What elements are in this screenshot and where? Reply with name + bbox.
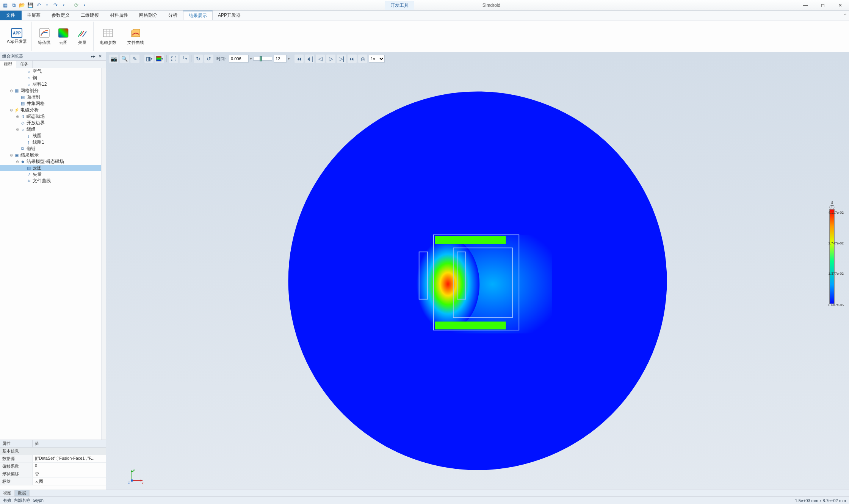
maximize-button[interactable]: ◻ [814, 0, 832, 11]
tab-1[interactable]: 参数定义 [46, 11, 75, 20]
tree-node[interactable]: ⊖▣结果展示 [0, 152, 106, 158]
tree-node[interactable]: ○铜 [0, 75, 106, 81]
palette-icon[interactable]: ▾ [155, 55, 164, 63]
devtools-tab[interactable]: 开发工具 [385, 1, 414, 10]
node-label: 磁链 [26, 146, 36, 152]
node-icon: ○ [20, 127, 26, 132]
tree-node[interactable]: ○空气 [0, 68, 106, 75]
tree-node[interactable]: ↗矢量 [0, 171, 106, 178]
expand-icon[interactable]: ⊖ [9, 89, 14, 93]
frame-input[interactable] [274, 55, 287, 63]
tab-4[interactable]: 网格剖分 [134, 11, 163, 20]
tab-6[interactable]: 结果展示 [183, 11, 213, 20]
tree-node[interactable]: ⊕↯瞬态磁场 [0, 113, 106, 120]
fit-icon[interactable]: ⛶ [169, 55, 178, 63]
tree-node[interactable]: ≋文件曲线 [0, 178, 106, 184]
ribbon-app-dev[interactable]: APP App开发器 [5, 27, 29, 46]
qat-drop-icon[interactable]: ▾ [81, 2, 88, 9]
save-icon[interactable]: 💾 [27, 2, 34, 9]
browser-ff-icon[interactable]: ▸▸ [90, 54, 97, 59]
tree-node[interactable]: ▤面控制 [0, 94, 106, 100]
tree-node[interactable]: ⫿线圈 [0, 133, 106, 139]
node-label: 材料12 [32, 81, 47, 88]
model-tree[interactable]: ○空气○铜○材料12⊖▦网格剖分▤面控制▤并集网格⊖⚡电磁分析⊕↯瞬态磁场◇开放… [0, 68, 106, 440]
tab-5[interactable]: 分析 [163, 11, 183, 20]
prop-row[interactable]: 形状偏移否 [0, 470, 106, 478]
time-input[interactable] [229, 55, 249, 63]
browser-tabs: 模型任务 [0, 61, 106, 68]
camera-icon[interactable]: 📷 [109, 55, 118, 63]
tab-3[interactable]: 材料属性 [105, 11, 134, 20]
viewport[interactable]: 📷 🔍 ✎ ◨▾ ▾ ⛶ └▾ ↻ ↺ 时间: ▾ ▾ ⏮ ⏴| ◁ ▷ ▷| … [106, 52, 849, 496]
ribbon-vector[interactable]: 矢量 [74, 25, 91, 47]
expand-icon[interactable]: ⊕ [15, 114, 20, 119]
browser-close-icon[interactable]: ✕ [97, 54, 103, 59]
ribbon-file-curve[interactable]: 文件曲线 [125, 25, 146, 47]
undo-drop-icon[interactable]: ▾ [43, 2, 51, 9]
app-icon[interactable]: ▦ [2, 2, 9, 9]
prev-key-icon[interactable]: ⏴| [305, 55, 314, 63]
prop-row[interactable]: 偏移系数0 [0, 463, 106, 470]
tree-node[interactable]: ⊖○绕组 [0, 126, 106, 133]
redo-icon[interactable]: ↷ [52, 2, 59, 9]
speed-select[interactable]: 1x [369, 55, 385, 63]
tree-node[interactable]: ⊖⚡电磁分析 [0, 107, 106, 113]
tab-0[interactable]: 主屏幕 [22, 11, 46, 20]
bottom-tab-0[interactable]: 视图 [0, 490, 15, 496]
ribbon-contour[interactable]: 等值线 [36, 25, 53, 47]
bottom-tab-1[interactable]: 数据 [15, 490, 30, 496]
expand-icon[interactable]: ⊖ [9, 153, 14, 157]
tree-node[interactable]: ○材料12 [0, 81, 106, 88]
prev-frame-icon[interactable]: ◁ [316, 55, 325, 63]
rotate-cw-icon[interactable]: ↻ [194, 55, 203, 63]
close-button[interactable]: ✕ [832, 0, 849, 11]
minimize-button[interactable]: — [797, 0, 814, 11]
tree-node[interactable]: ◇开放边界 [0, 120, 106, 126]
expand-icon[interactable]: ⊖ [9, 108, 14, 112]
app-dev-icon: APP [11, 28, 22, 38]
redo-drop-icon[interactable]: ▾ [60, 2, 67, 9]
cube-icon[interactable]: ◨▾ [144, 55, 154, 63]
time-slider[interactable] [253, 57, 272, 61]
tab-7[interactable]: APP开发器 [213, 11, 246, 20]
prop-row[interactable]: 数据源[{"DataSet":["Fusion-Face1","F... [0, 455, 106, 463]
expand-icon[interactable]: ⊖ [15, 160, 20, 164]
browser-tab-0[interactable]: 模型 [0, 61, 16, 68]
status-right: 1.5e+03 mm x 8.7e+02 mm [795, 498, 846, 503]
tree-node[interactable]: ⧉磁链 [0, 146, 106, 152]
tree-node[interactable]: ⊖▦网格剖分 [0, 88, 106, 94]
ribbon-cloud[interactable]: 云图 [55, 25, 72, 47]
first-frame-icon[interactable]: ⏮ [294, 55, 304, 63]
rotate-ccw-icon[interactable]: ↺ [204, 55, 213, 63]
browser-tab-1[interactable]: 任务 [16, 61, 33, 68]
tree-node[interactable]: ⫿线圈1 [0, 139, 106, 146]
last-frame-icon[interactable]: ⏭ [348, 55, 357, 63]
zoom-icon[interactable]: 🔍 [120, 55, 129, 63]
ribbon-em-param[interactable]: 电磁参数 [97, 25, 119, 47]
next-frame-icon[interactable]: ▷| [337, 55, 346, 63]
node-label: 电磁分析 [20, 107, 39, 113]
axis-icon[interactable]: └▾ [180, 55, 189, 63]
prop-row[interactable]: 标签云图 [0, 478, 106, 485]
ribbon-collapse-icon[interactable]: ⌃ [841, 11, 849, 20]
export-anim-icon[interactable]: ⎙ [358, 55, 367, 63]
status-bar: 有效, 内部名称: Glyph 1.5e+03 mm x 8.7e+02 mm [0, 496, 849, 504]
node-label: 开放边界 [26, 120, 45, 126]
status-left: 有效, 内部名称: Glyph [3, 498, 44, 503]
tab-2[interactable]: 二维建模 [75, 11, 105, 20]
new-icon[interactable]: ⧉ [10, 2, 17, 9]
property-grid: 属性 值 基本信息 数据源[{"DataSet":["Fusion-Face1"… [0, 440, 106, 496]
tree-node[interactable]: ▤并集网格 [0, 100, 106, 107]
open-icon[interactable]: 📂 [18, 2, 26, 9]
undo-icon[interactable]: ↶ [35, 2, 42, 9]
tree-scrollbar[interactable] [101, 68, 106, 440]
expand-icon[interactable]: ⊖ [15, 127, 20, 131]
tab-file[interactable]: 文件 [0, 11, 22, 20]
tree-node[interactable]: ▨云图 [0, 165, 106, 171]
play-icon[interactable]: ▷ [326, 55, 335, 63]
refresh-icon[interactable]: ⟳ [72, 2, 80, 9]
legend-tick: 6.607e-05 [828, 303, 844, 307]
canvas[interactable]: x y z [106, 65, 849, 496]
brush-icon[interactable]: ✎ [130, 55, 139, 63]
tree-node[interactable]: ⊖◆结果模型·瞬态磁场 [0, 158, 106, 165]
